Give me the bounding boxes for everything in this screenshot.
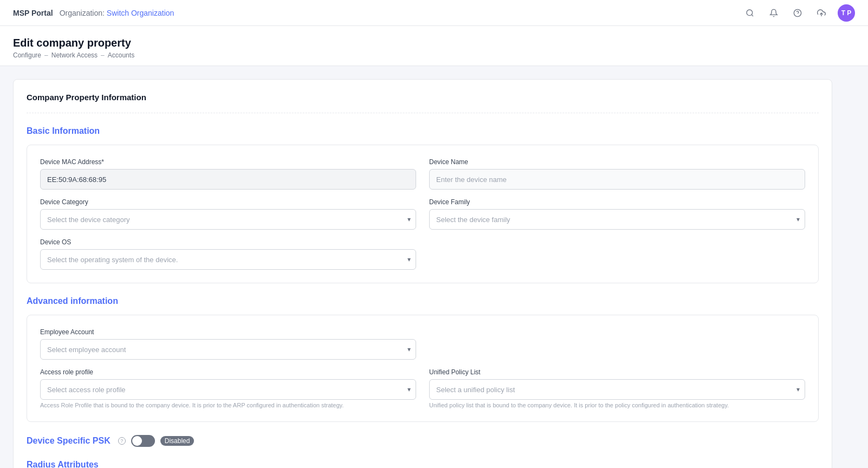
access-role-group: Access role profile Select access role p… xyxy=(40,368,416,408)
unified-policy-label: Unified Policy List xyxy=(429,368,805,376)
basic-info-card: Device MAC Address* Device Name Device C… xyxy=(27,145,819,283)
device-category-label: Device Category xyxy=(40,198,416,206)
device-os-select[interactable]: Select the operating system of the devic… xyxy=(40,249,416,270)
svg-point-0 xyxy=(747,10,753,16)
topnav: MSP Portal Organization: Switch Organiza… xyxy=(0,0,868,26)
breadcrumb-sep-1: – xyxy=(44,51,48,59)
psk-label: Device Specific PSK xyxy=(27,436,111,446)
help-icon[interactable] xyxy=(790,5,805,21)
access-role-label: Access role profile xyxy=(40,368,416,376)
section-divider-1 xyxy=(27,113,819,113)
unified-policy-select[interactable]: Select a unified policy list xyxy=(429,379,805,400)
device-family-label: Device Family xyxy=(429,198,805,206)
row-os: Device OS Select the operating system of… xyxy=(40,238,805,270)
psk-toggle-label: Disabled xyxy=(160,436,195,446)
employee-account-label: Employee Account xyxy=(40,328,416,336)
nav-icons: T P xyxy=(742,4,855,22)
psk-toggle[interactable] xyxy=(131,435,155,447)
breadcrumb-accounts[interactable]: Accounts xyxy=(108,51,134,59)
breadcrumb-configure[interactable]: Configure xyxy=(13,51,41,59)
employee-account-select[interactable]: Select employee account xyxy=(40,339,416,360)
access-role-select-wrap: Select access role profile ▾ xyxy=(40,379,416,400)
svg-line-1 xyxy=(752,15,753,16)
unified-policy-select-wrap: Select a unified policy list ▾ xyxy=(429,379,805,400)
page-header: Edit company property Configure – Networ… xyxy=(0,26,868,66)
device-name-label: Device Name xyxy=(429,158,805,166)
psk-toggle-slider xyxy=(131,435,155,447)
psk-info-icon[interactable]: ? xyxy=(118,437,126,445)
org-label: Organization: Switch Organization xyxy=(60,9,174,17)
device-category-select-wrap: Select the device category ▾ xyxy=(40,209,416,230)
unified-policy-hint: Unified policy list that is bound to the… xyxy=(429,402,805,408)
device-name-group: Device Name xyxy=(429,158,805,190)
radius-section-header: Radius Attributes xyxy=(27,460,819,468)
access-role-hint: Access Role Profile that is bound to the… xyxy=(40,402,416,408)
device-os-select-wrap: Select the operating system of the devic… xyxy=(40,249,416,270)
row-mac-devicename: Device MAC Address* Device Name xyxy=(40,158,805,190)
company-property-card: Company Property Information Basic Infor… xyxy=(13,79,832,468)
row-category-family: Device Category Select the device catego… xyxy=(40,198,805,230)
device-family-group: Device Family Select the device family ▾ xyxy=(429,198,805,230)
device-name-input[interactable] xyxy=(429,169,805,190)
avatar[interactable]: T P xyxy=(838,4,855,22)
access-role-select[interactable]: Select access role profile xyxy=(40,379,416,400)
advanced-info-section-header: Advanced information xyxy=(27,296,819,306)
employee-account-group: Employee Account Select employee account… xyxy=(40,328,416,360)
search-icon[interactable] xyxy=(742,5,757,21)
bell-icon[interactable] xyxy=(766,5,781,21)
main-content: Company Property Information Basic Infor… xyxy=(0,66,845,468)
employee-account-select-wrap: Select employee account ▾ xyxy=(40,339,416,360)
device-category-group: Device Category Select the device catego… xyxy=(40,198,416,230)
breadcrumb-network-access[interactable]: Network Access xyxy=(51,51,98,59)
device-os-group: Device OS Select the operating system of… xyxy=(40,238,416,270)
device-family-select-wrap: Select the device family ▾ xyxy=(429,209,805,230)
switch-org-link[interactable]: Switch Organization xyxy=(107,9,174,17)
upload-icon[interactable] xyxy=(814,5,829,21)
device-category-select[interactable]: Select the device category xyxy=(40,209,416,230)
psk-section: Device Specific PSK ? Disabled xyxy=(27,435,819,447)
breadcrumb: Configure – Network Access – Accounts xyxy=(13,51,855,59)
card-title: Company Property Information xyxy=(27,93,819,102)
page-title: Edit company property xyxy=(13,37,855,49)
advanced-info-card: Employee Account Select employee account… xyxy=(27,315,819,422)
device-family-select[interactable]: Select the device family xyxy=(429,209,805,230)
row-employee: Employee Account Select employee account… xyxy=(40,328,805,360)
breadcrumb-sep-2: – xyxy=(101,51,105,59)
brand-label: MSP Portal xyxy=(13,9,53,17)
device-os-label: Device OS xyxy=(40,238,416,246)
mac-input[interactable] xyxy=(40,169,416,190)
mac-label: Device MAC Address* xyxy=(40,158,416,166)
unified-policy-group: Unified Policy List Select a unified pol… xyxy=(429,368,805,408)
row-access-policy: Access role profile Select access role p… xyxy=(40,368,805,408)
basic-info-section-header: Basic Information xyxy=(27,126,819,136)
mac-address-group: Device MAC Address* xyxy=(40,158,416,190)
